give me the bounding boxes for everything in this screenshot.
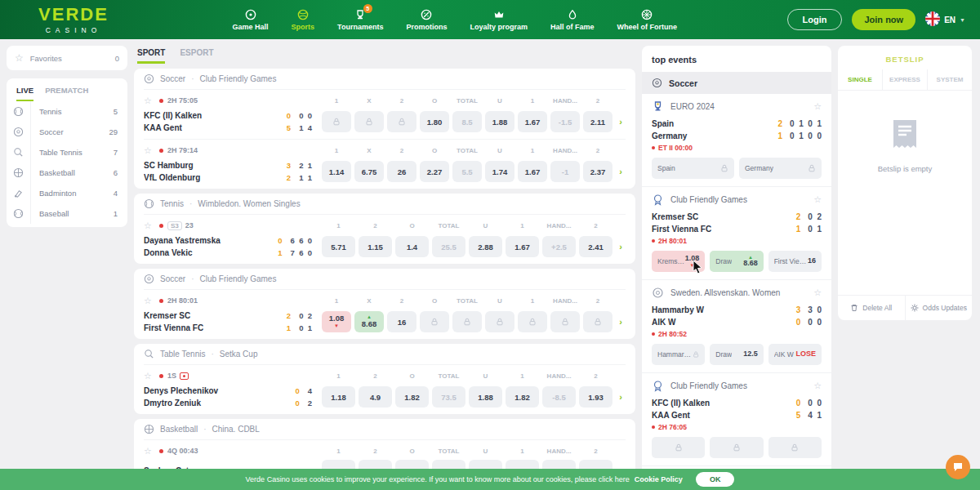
- odd-button-dropping[interactable]: 1.08▼: [322, 311, 351, 332]
- event-league[interactable]: Club Friendly Games: [670, 381, 807, 390]
- odd-button[interactable]: 26: [387, 161, 416, 182]
- odd-button[interactable]: 4.9: [359, 386, 392, 408]
- odd-button[interactable]: 1.88: [485, 111, 514, 132]
- odd-button[interactable]: 1.93: [579, 386, 612, 408]
- odd-button[interactable]: 2.37: [583, 161, 612, 182]
- login-button[interactable]: Login: [787, 9, 843, 30]
- tab-sport[interactable]: SPORT: [137, 48, 165, 64]
- odd-button[interactable]: 16: [387, 311, 416, 332]
- cookie-ok-button[interactable]: OK: [696, 472, 735, 487]
- card-league[interactable]: Setka Cup: [220, 350, 258, 359]
- sidebar-item-basketball[interactable]: Basketball 6: [7, 163, 127, 183]
- odds-updates-button[interactable]: Odds Updates: [905, 296, 973, 320]
- locked-odd[interactable]: [485, 311, 514, 332]
- nav-item-promotions[interactable]: Promotions: [406, 8, 447, 31]
- verde-casino-logo[interactable]: VERDE CASINO: [24, 6, 122, 34]
- favorite-star-icon[interactable]: ☆: [144, 371, 152, 381]
- bet-button-locked[interactable]: [710, 437, 763, 458]
- odd-button[interactable]: 1.74: [485, 161, 514, 182]
- odd-button[interactable]: 1.4: [395, 236, 429, 257]
- join-now-button[interactable]: Join now: [852, 9, 915, 30]
- sidebar-item-soccer[interactable]: Soccer 29: [7, 122, 127, 142]
- odd-button[interactable]: 1.82: [395, 386, 429, 408]
- tab-system[interactable]: SYSTEM: [927, 69, 972, 90]
- locked-odd[interactable]: [322, 111, 351, 132]
- team-names[interactable]: Dayana Yastremska Donna Vekic: [144, 234, 278, 259]
- favorite-star-icon[interactable]: ☆: [144, 446, 152, 457]
- sidebar-item-badminton[interactable]: Badminton 4: [7, 183, 127, 203]
- team-names[interactable]: KFC (II) Kalken KAA Gent: [144, 109, 287, 134]
- expand-match-arrow[interactable]: ›: [616, 242, 626, 252]
- card-league[interactable]: Club Friendly Games: [199, 274, 276, 283]
- odd-button[interactable]: 1.80: [420, 111, 449, 132]
- tab-esport[interactable]: ESPORT: [180, 48, 213, 64]
- cookie-policy-link[interactable]: Cookie Policy: [635, 475, 683, 483]
- favorite-star-icon[interactable]: ☆: [813, 287, 822, 298]
- odd-button[interactable]: 1.67: [506, 236, 539, 257]
- sidebar-item-baseball[interactable]: Baseball 1: [7, 203, 127, 224]
- event-league[interactable]: Sweden. Allsvenskan. Women: [670, 288, 807, 297]
- locked-odd[interactable]: [420, 311, 449, 332]
- bet-button-rising[interactable]: Draw▲8.68: [710, 251, 763, 272]
- team-names[interactable]: Kremser SC First Vienna FC: [144, 310, 287, 334]
- odd-button[interactable]: 1.67: [518, 161, 547, 182]
- bet-button-locked[interactable]: [768, 437, 822, 458]
- favorite-star-icon[interactable]: ☆: [813, 101, 822, 112]
- sidebar-item-tennis[interactable]: Tennis 5: [7, 101, 127, 122]
- favorite-star-icon[interactable]: ☆: [144, 96, 152, 106]
- tab-live[interactable]: LIVE: [16, 86, 33, 101]
- top-events-soccer-section[interactable]: Soccer: [642, 72, 831, 94]
- bet-button[interactable]: First Vienna FC16: [768, 251, 822, 272]
- favorite-star-icon[interactable]: ☆: [144, 220, 152, 231]
- card-sport[interactable]: Soccer: [160, 74, 185, 83]
- favorite-star-icon[interactable]: ☆: [813, 194, 822, 205]
- event-league[interactable]: EURO 2024: [670, 102, 807, 111]
- nav-item-loyalty-program[interactable]: Loyalty program: [470, 8, 528, 31]
- locked-odd[interactable]: [354, 111, 384, 132]
- tab-prematch[interactable]: PREMATCH: [45, 86, 88, 101]
- odd-button[interactable]: 2.11: [583, 111, 612, 132]
- delete-all-button[interactable]: Delete All: [838, 296, 905, 320]
- locked-odd[interactable]: [387, 111, 416, 132]
- odd-button[interactable]: 2.88: [469, 236, 502, 257]
- odd-button[interactable]: 1.18: [322, 386, 355, 408]
- team-names[interactable]: Denys Plechenikov Dmytro Zeniuk: [144, 385, 295, 409]
- odd-button[interactable]: 1.14: [322, 161, 351, 182]
- live-chat-button[interactable]: [946, 455, 970, 479]
- favorite-star-icon[interactable]: ☆: [144, 145, 152, 156]
- odd-button[interactable]: 1.67: [518, 111, 547, 132]
- locked-odd[interactable]: [583, 311, 612, 332]
- card-sport[interactable]: Basketball: [160, 425, 198, 434]
- locked-odd[interactable]: [518, 311, 547, 332]
- team-names[interactable]: SC Hamburg VfL Oldenburg: [144, 159, 287, 184]
- odd-button[interactable]: 2.27: [420, 161, 449, 182]
- expand-match-arrow[interactable]: ›: [616, 167, 626, 176]
- bet-button[interactable]: Draw12.5: [710, 344, 763, 365]
- tab-single[interactable]: SINGLE: [838, 69, 882, 90]
- card-sport[interactable]: Table Tennis: [160, 350, 205, 359]
- tab-express[interactable]: EXPRESS: [882, 69, 927, 90]
- odd-button[interactable]: 6.75: [354, 161, 384, 182]
- odd-button-rising[interactable]: ▲8.68: [354, 311, 384, 332]
- bet-button-locked[interactable]: Hammarby W: [652, 344, 705, 365]
- sidebar-item-table-tennis[interactable]: Table Tennis 7: [7, 142, 127, 163]
- odd-button[interactable]: 2.41: [579, 236, 612, 257]
- bet-button-locked[interactable]: [652, 437, 705, 458]
- nav-item-sports[interactable]: Sports: [292, 8, 315, 31]
- odd-button[interactable]: 1.82: [506, 386, 539, 408]
- favorite-star-icon[interactable]: ☆: [144, 296, 152, 306]
- card-league[interactable]: Wimbledon. Women Singles: [198, 199, 300, 208]
- nav-item-tournaments[interactable]: 5 Tournaments: [337, 8, 383, 31]
- locked-odd[interactable]: [452, 311, 482, 332]
- locked-odd[interactable]: [550, 311, 580, 332]
- bet-button-locked[interactable]: Spain: [652, 158, 734, 179]
- expand-match-arrow[interactable]: ›: [616, 392, 626, 402]
- favorite-star-icon[interactable]: ☆: [813, 381, 822, 391]
- language-selector[interactable]: EN ▼: [925, 11, 965, 28]
- nav-item-game-hall[interactable]: Game Hall: [233, 8, 269, 31]
- expand-match-arrow[interactable]: ›: [616, 117, 626, 127]
- odd-button[interactable]: 5.71: [322, 236, 355, 257]
- bet-button-locked[interactable]: Germany: [739, 158, 822, 179]
- nav-item-hall-of-fame[interactable]: Hall of Fame: [550, 8, 595, 31]
- expand-match-arrow[interactable]: ›: [616, 317, 626, 327]
